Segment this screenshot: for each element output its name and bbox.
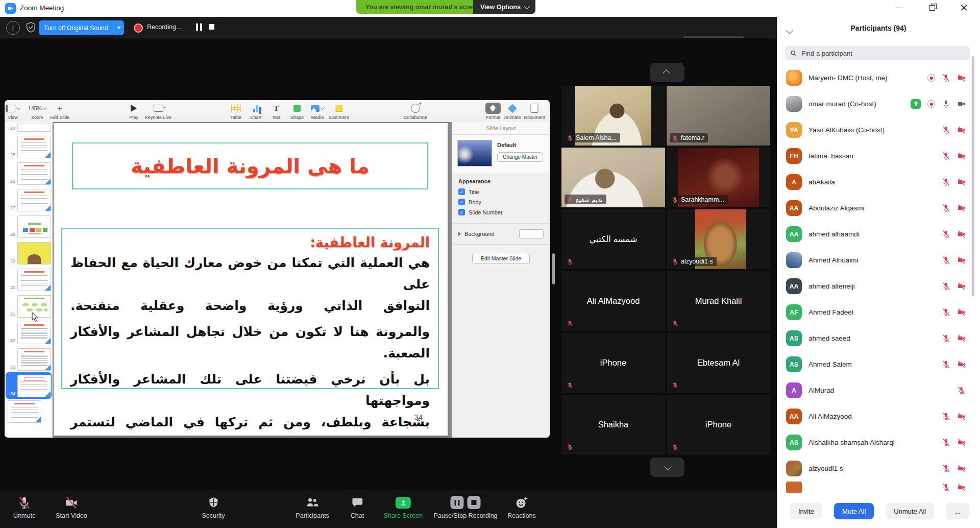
- restore-button[interactable]: [922, 0, 942, 15]
- reactions-button[interactable]: Reactions: [507, 495, 536, 519]
- kn-tool-chart[interactable]: Chart: [250, 102, 261, 120]
- video-tile[interactable]: Ebtesam Al: [667, 333, 770, 393]
- slide-thumbnail[interactable]: 32: [6, 319, 52, 346]
- start-video-button[interactable]: Start Video: [56, 495, 87, 519]
- video-tile[interactable]: alzyoudi1 s: [667, 209, 770, 269]
- chat-button[interactable]: Chat: [351, 495, 364, 519]
- panel-scrollbar[interactable]: [972, 56, 974, 296]
- participant-row[interactable]: A abAkaila: [777, 169, 980, 195]
- kn-tool-add-slide[interactable]: + Add Slide: [50, 102, 70, 120]
- checkbox-checked[interactable]: [458, 199, 465, 205]
- gallery-scroll-up-button[interactable]: [650, 63, 684, 82]
- pause-recording-icon[interactable]: [196, 23, 202, 31]
- participant-row[interactable]: alzyoudi1 s: [777, 455, 980, 482]
- view-options-button[interactable]: View Options: [473, 0, 535, 14]
- participant-search[interactable]: [785, 46, 970, 60]
- tile-name-label: Sarahkhamm...: [670, 195, 728, 204]
- pause-stop-recording-button[interactable]: Pause/Stop Recording: [433, 495, 497, 519]
- participant-row[interactable]: AA ahmed alteneiji: [777, 273, 980, 299]
- turn-off-original-sound-button[interactable]: Turn off Original Sound: [39, 20, 124, 35]
- kn-tool-text[interactable]: T Text: [272, 102, 281, 120]
- kn-tool-media[interactable]: Media: [311, 102, 324, 120]
- keynote-slide-navigator[interactable]: 24 25 26 27 28 29 30 31: [5, 122, 53, 438]
- background-disclosure-icon[interactable]: [458, 232, 461, 236]
- slide-title-box[interactable]: ما هى المرونة العاطفية: [72, 142, 428, 189]
- participant-row[interactable]: Ahmed Alnuaimi: [777, 247, 980, 273]
- participant-row-partial[interactable]: [777, 482, 980, 493]
- slide-thumbnail-preview: [8, 400, 41, 423]
- kn-tool-shape[interactable]: Shape: [290, 102, 304, 120]
- kn-tool-play[interactable]: Play: [129, 102, 138, 120]
- meeting-info-icon[interactable]: i: [6, 21, 20, 35]
- master-slide-preview[interactable]: [457, 140, 492, 166]
- unmute-button[interactable]: Unmute: [13, 495, 36, 519]
- unmute-all-button[interactable]: Unmute All: [886, 503, 934, 519]
- slide-thumbnail[interactable]: 30: [6, 266, 52, 293]
- edit-master-slide-button[interactable]: Edit Master Slide: [472, 253, 530, 264]
- muted-camera-icon: [957, 308, 966, 317]
- slide-thumbnail[interactable]: 29: [6, 239, 52, 266]
- video-tile[interactable]: iPhone: [667, 395, 770, 454]
- pause-recording-icon[interactable]: [451, 496, 464, 509]
- minimize-button[interactable]: [889, 0, 910, 15]
- video-tile[interactable]: Salem Alsha...: [561, 86, 665, 146]
- checkbox-checked[interactable]: [458, 209, 465, 215]
- kn-tool-collaborate[interactable]: Collaborate: [404, 102, 427, 120]
- video-tile[interactable]: Murad Khalil: [667, 271, 770, 331]
- video-tile[interactable]: Shaikha: [561, 395, 665, 454]
- participant-row[interactable]: AS Ahmed Salem: [777, 351, 980, 377]
- search-input[interactable]: [800, 49, 965, 58]
- participant-row[interactable]: AA ahmed alhaamdi: [777, 221, 980, 247]
- video-tile[interactable]: نديم شفيع: [561, 148, 665, 207]
- participant-row[interactable]: AF Ahmed Fadeel: [777, 299, 980, 325]
- mute-all-button[interactable]: Mute All: [834, 503, 874, 519]
- kn-tool-view[interactable]: View: [6, 102, 20, 120]
- participant-row[interactable]: A AlMurad: [777, 377, 980, 403]
- encryption-shield-icon[interactable]: [24, 21, 37, 34]
- checkbox-checked[interactable]: [458, 188, 465, 195]
- share-screen-button[interactable]: Share Screen: [384, 495, 423, 519]
- participant-avatar: AA: [786, 200, 802, 216]
- stop-recording-icon[interactable]: [209, 24, 214, 30]
- participants-button[interactable]: Participants: [296, 495, 329, 519]
- close-button[interactable]: [953, 0, 974, 15]
- kn-tool-zoom[interactable]: 145% Zoom: [28, 102, 46, 120]
- more-button[interactable]: ...: [946, 503, 970, 519]
- participant-row[interactable]: AS ahmed saeed: [777, 325, 980, 351]
- participant-row[interactable]: AS Alshaikha shamsah Alsharqi: [777, 429, 980, 455]
- gallery-scroll-down-button[interactable]: [650, 458, 684, 477]
- slide-thumbnail[interactable]: 25: [6, 133, 52, 160]
- slide-thumbnail[interactable]: 27: [6, 186, 52, 213]
- video-tile[interactable]: شمسه الكتبي: [561, 209, 665, 269]
- video-tile[interactable]: fatema.r: [667, 86, 770, 146]
- slide-thumbnail[interactable]: 24: [6, 122, 52, 133]
- slide-thumbnail[interactable]: 26: [6, 160, 52, 186]
- slide-thumbnail[interactable]: 33: [6, 346, 52, 372]
- kn-tool-document[interactable]: Document: [524, 102, 545, 120]
- slide-thumbnail[interactable]: 35: [6, 399, 52, 416]
- participant-row[interactable]: AA Abdulaziz Alqasmi: [777, 195, 980, 221]
- slide-body-box[interactable]: المرونة العاطفية: هي العملية التي تمكنا …: [61, 228, 439, 389]
- kn-tool-keynote-live[interactable]: Keynote Live: [145, 102, 172, 120]
- participant-row[interactable]: Maryem- DMC (Host, me): [777, 65, 980, 91]
- stop-recording-icon[interactable]: [468, 496, 481, 509]
- video-tile[interactable]: Sarahkhamm...: [667, 148, 770, 207]
- background-color-well[interactable]: [519, 229, 544, 238]
- kn-tool-animate[interactable]: Animate: [504, 102, 521, 120]
- slide-thumbnail[interactable]: 28: [6, 213, 52, 239]
- participant-row[interactable]: YA Yasir AlKubaisi (Co-host): [777, 117, 980, 143]
- participant-row[interactable]: omar murad (Co-host): [777, 91, 980, 117]
- participant-row[interactable]: FH fatima. hassan: [777, 143, 980, 169]
- slide-thumbnail[interactable]: 31: [6, 293, 52, 319]
- kn-tool-format[interactable]: Format: [485, 102, 501, 120]
- sound-dropdown-caret[interactable]: [113, 20, 124, 35]
- security-button[interactable]: Security: [202, 495, 225, 519]
- participant-row[interactable]: AA Ali AlMazyood: [777, 403, 980, 429]
- change-master-button[interactable]: Change Master: [497, 152, 543, 162]
- slide-thumbnail[interactable]: 34: [6, 372, 52, 399]
- video-tile[interactable]: Ali AlMazyood: [561, 271, 665, 331]
- kn-tool-comment[interactable]: Comment: [329, 102, 349, 120]
- video-tile[interactable]: iPhone: [561, 333, 665, 393]
- kn-tool-table[interactable]: Table: [230, 102, 241, 120]
- invite-button[interactable]: Invite: [790, 503, 822, 519]
